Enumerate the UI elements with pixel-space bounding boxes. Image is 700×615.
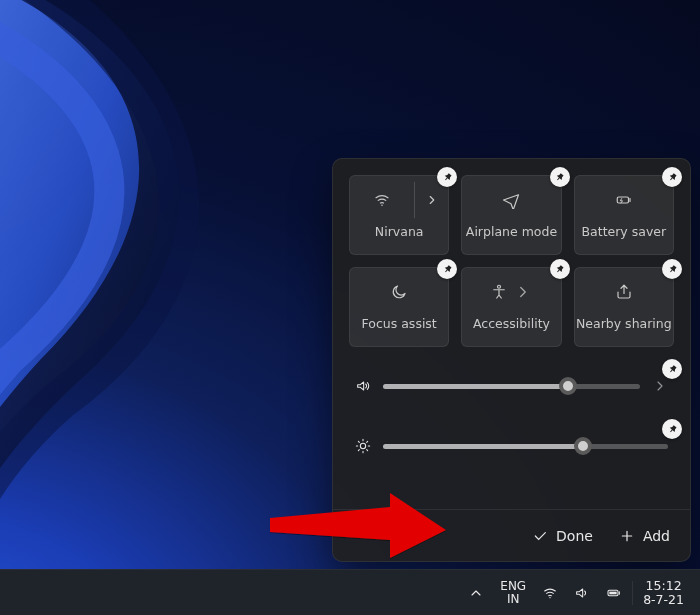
svg-rect-7 [609, 591, 616, 594]
tile-label: Accessibility [473, 316, 550, 331]
airplane-icon [502, 191, 520, 209]
volume-track[interactable] [383, 384, 640, 389]
quick-settings-footer: Done Add [333, 509, 690, 561]
tile-accessibility[interactable]: Accessibility [461, 267, 561, 347]
tray-volume-icon[interactable] [566, 570, 598, 615]
unpin-icon[interactable] [550, 167, 570, 187]
done-label: Done [556, 528, 593, 544]
tile-label: Nearby sharing [576, 316, 672, 331]
tile-wifi-expand[interactable] [414, 182, 448, 218]
quick-settings-tiles: Nirvana Airplane mode Battery saver [349, 175, 674, 347]
unpin-icon[interactable] [437, 259, 457, 279]
slider-thumb[interactable] [559, 377, 577, 395]
unpin-icon[interactable] [662, 359, 682, 379]
unpin-icon[interactable] [662, 419, 682, 439]
battery-saver-icon [615, 191, 633, 209]
volume-slider[interactable] [349, 371, 674, 401]
tile-battery-saver[interactable]: Battery saver [574, 175, 674, 255]
quick-settings-panel: Nirvana Airplane mode Battery saver [332, 158, 691, 562]
volume-icon [355, 378, 371, 394]
tile-label: Nirvana [375, 224, 424, 239]
share-icon [615, 283, 633, 301]
taskbar: ENG IN 15:12 8-7-21 [0, 569, 700, 615]
add-label: Add [643, 528, 670, 544]
brightness-track[interactable] [383, 444, 668, 449]
unpin-icon[interactable] [550, 259, 570, 279]
brightness-icon [355, 438, 371, 454]
moon-icon [390, 283, 408, 301]
unpin-icon[interactable] [437, 167, 457, 187]
unpin-icon[interactable] [662, 167, 682, 187]
tray-separator [632, 581, 633, 605]
tray-clock[interactable]: 15:12 8-7-21 [635, 570, 692, 615]
accessibility-icon [490, 283, 508, 301]
chevron-right-icon[interactable] [514, 283, 532, 301]
tray-wifi-icon[interactable] [534, 570, 566, 615]
slider-thumb[interactable] [574, 437, 592, 455]
svg-point-0 [381, 205, 383, 207]
tile-label: Focus assist [362, 316, 437, 331]
tray-battery-icon[interactable] [598, 570, 630, 615]
svg-point-2 [498, 285, 501, 288]
tray-overflow-button[interactable] [460, 570, 492, 615]
svg-point-3 [360, 443, 365, 448]
wifi-icon [373, 191, 391, 209]
volume-output-icon[interactable] [652, 378, 668, 394]
system-tray: ENG IN 15:12 8-7-21 [460, 570, 692, 615]
tile-label: Airplane mode [466, 224, 557, 239]
tile-label: Battery saver [582, 224, 667, 239]
svg-point-5 [549, 597, 550, 598]
tile-airplane-mode[interactable]: Airplane mode [461, 175, 561, 255]
tile-nearby-sharing[interactable]: Nearby sharing [574, 267, 674, 347]
language-indicator[interactable]: ENG IN [492, 570, 534, 615]
unpin-icon[interactable] [662, 259, 682, 279]
done-button[interactable]: Done [532, 528, 593, 544]
tile-focus-assist[interactable]: Focus assist [349, 267, 449, 347]
add-button[interactable]: Add [619, 528, 670, 544]
brightness-slider[interactable] [349, 431, 674, 461]
svg-rect-1 [617, 197, 628, 203]
tile-wifi[interactable]: Nirvana [349, 175, 449, 255]
